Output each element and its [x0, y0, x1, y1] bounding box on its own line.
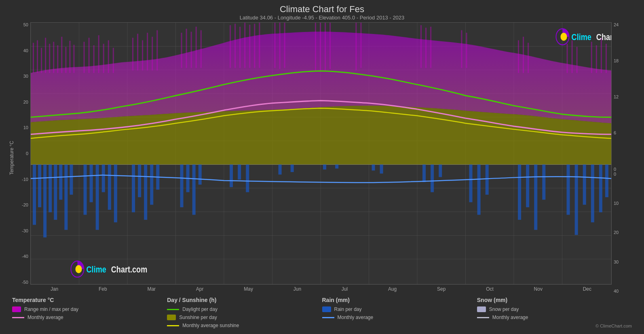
- svg-rect-98: [108, 164, 111, 210]
- svg-rect-27: [37, 40, 38, 73]
- legend-title-temperature: Temperature °C: [12, 297, 167, 303]
- svg-rect-60: [254, 23, 255, 68]
- svg-rect-46: [142, 40, 143, 70]
- svg-rect-110: [238, 164, 241, 179]
- svg-rect-93: [70, 164, 73, 195]
- chart-plot-area: Clime Chart.com Clime Chart.com: [30, 22, 612, 285]
- legend-title-snow: Snow (mm): [477, 297, 632, 303]
- x-tick-dec: Dec: [583, 286, 591, 292]
- x-tick-sep: Sep: [437, 286, 446, 292]
- x-tick-jul: Jul: [342, 286, 348, 292]
- svg-rect-107: [192, 164, 196, 215]
- svg-rect-32: [57, 45, 58, 73]
- svg-rect-56: [234, 23, 236, 68]
- x-tick-apr: Apr: [196, 286, 204, 292]
- svg-rect-119: [431, 164, 434, 192]
- svg-rect-113: [291, 164, 294, 172]
- svg-rect-66: [320, 23, 321, 72]
- legend-line-snow-avg: [477, 317, 489, 318]
- svg-rect-45: [137, 34, 138, 70]
- svg-rect-72: [425, 28, 427, 68]
- x-tick-mar: Mar: [147, 286, 156, 292]
- svg-rect-47: [147, 33, 148, 70]
- svg-rect-99: [114, 164, 117, 222]
- chart-subtitle: Latitude 34.06 - Longitude -4.95 - Eleva…: [8, 15, 636, 21]
- svg-rect-87: [38, 164, 41, 207]
- svg-rect-109: [230, 164, 233, 187]
- svg-rect-40: [98, 35, 99, 73]
- svg-rect-96: [96, 164, 99, 230]
- svg-rect-29: [45, 38, 46, 73]
- svg-rect-85: [606, 44, 607, 73]
- svg-rect-78: [528, 43, 529, 73]
- chart-title: Climate Chart for Fes: [8, 4, 636, 15]
- svg-rect-120: [439, 164, 442, 177]
- legend-col-sunshine: Day / Sunshine (h) Daylight per day Suns…: [167, 297, 322, 328]
- svg-rect-41: [103, 44, 104, 73]
- x-tick-feb: Feb: [99, 286, 107, 292]
- legend-swatch-snow: [477, 306, 486, 312]
- y-axis-right-sunshine: 24 18 12 6 0: [612, 22, 636, 172]
- svg-rect-112: [279, 164, 282, 174]
- svg-rect-31: [53, 42, 54, 73]
- svg-rect-68: [329, 23, 331, 69]
- legend-item-snow-avg: Monthly average: [477, 315, 632, 320]
- svg-rect-81: [576, 47, 578, 73]
- x-tick-jun: Jun: [293, 286, 301, 292]
- legend-item-rain-avg: Monthly average: [322, 315, 477, 320]
- legend-line-rain-avg: [322, 317, 334, 318]
- svg-point-139: [75, 265, 82, 273]
- svg-rect-108: [198, 164, 202, 185]
- svg-rect-103: [150, 164, 153, 204]
- svg-rect-49: [156, 30, 158, 70]
- svg-rect-122: [477, 164, 481, 215]
- legend-item-snow-per-day: Snow per day: [477, 306, 632, 312]
- x-tick-jan: Jan: [51, 286, 58, 292]
- svg-rect-90: [54, 164, 57, 220]
- svg-rect-65: [315, 23, 316, 70]
- svg-rect-101: [138, 164, 141, 197]
- y-axis-right-rain: 0 10 20 30 40: [612, 172, 636, 294]
- svg-rect-115: [335, 164, 338, 168]
- svg-rect-102: [144, 164, 147, 220]
- legend-swatch-sunshine: [167, 315, 176, 320]
- legend-line-temp-avg: [12, 317, 24, 318]
- legend-line-daylight: [167, 309, 179, 310]
- chart-header: Climate Chart for Fes Latitude 34.06 - L…: [8, 4, 636, 21]
- svg-rect-57: [239, 27, 241, 68]
- svg-rect-97: [102, 164, 105, 192]
- legend-line-sunshine-avg: [167, 325, 179, 326]
- svg-rect-76: [518, 40, 519, 73]
- legend-title-rain: Rain (mm): [322, 297, 477, 303]
- svg-rect-50: [181, 33, 182, 68]
- legend-item-daylight: Daylight per day: [167, 306, 322, 312]
- svg-rect-61: [259, 23, 260, 68]
- legend-col-snow: Snow (mm) Snow per day Monthly average ©…: [477, 297, 632, 328]
- svg-rect-73: [430, 27, 431, 68]
- svg-text:Clime: Clime: [572, 32, 591, 42]
- svg-rect-67: [325, 23, 326, 70]
- svg-rect-129: [575, 164, 578, 235]
- svg-rect-83: [596, 45, 597, 73]
- svg-rect-71: [420, 25, 422, 68]
- svg-rect-133: [605, 164, 608, 197]
- svg-rect-37: [84, 42, 85, 73]
- svg-rect-95: [90, 164, 93, 202]
- svg-rect-34: [65, 47, 66, 73]
- x-tick-may: May: [244, 286, 253, 292]
- svg-rect-70: [360, 23, 361, 68]
- svg-rect-48: [152, 37, 153, 70]
- svg-text:Chart.com: Chart.com: [596, 32, 611, 42]
- svg-rect-79: [567, 44, 568, 73]
- legend-col-rain: Rain (mm) Rain per day Monthly average: [322, 297, 477, 328]
- svg-rect-30: [49, 44, 50, 73]
- svg-rect-55: [230, 25, 231, 68]
- svg-rect-89: [49, 164, 52, 212]
- svg-rect-52: [191, 32, 192, 68]
- svg-rect-111: [246, 164, 249, 192]
- svg-rect-114: [323, 164, 326, 169]
- svg-rect-28: [41, 48, 42, 73]
- svg-rect-131: [591, 164, 594, 222]
- legend-item-temp-avg: Monthly average: [12, 315, 167, 320]
- svg-rect-84: [601, 38, 602, 73]
